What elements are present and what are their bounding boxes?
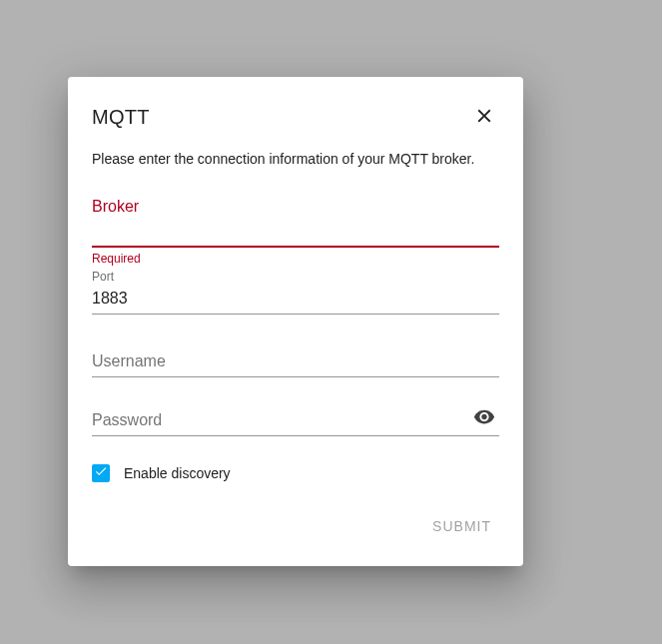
toggle-password-visibility-button[interactable]: [469, 402, 499, 435]
dialog-header: MQTT: [92, 101, 499, 134]
eye-icon: [473, 406, 495, 431]
broker-label: Broker: [92, 198, 499, 216]
enable-discovery-label[interactable]: Enable discovery: [124, 465, 231, 481]
dialog-actions: SUBMIT: [92, 510, 499, 542]
broker-error-text: Required: [92, 252, 499, 266]
dialog-title: MQTT: [92, 106, 150, 129]
broker-field: Broker Required: [92, 198, 499, 266]
dialog-description: Please enter the connection information …: [92, 150, 499, 170]
username-field: [92, 342, 499, 377]
mqtt-config-dialog: MQTT Please enter the connection informa…: [68, 77, 523, 566]
enable-discovery-row: Enable discovery: [92, 464, 499, 482]
username-input[interactable]: [92, 342, 499, 377]
port-input[interactable]: [92, 286, 499, 315]
checkmark-icon: [94, 464, 108, 482]
submit-button[interactable]: SUBMIT: [424, 510, 499, 542]
close-button[interactable]: [469, 101, 499, 134]
password-input[interactable]: [92, 401, 499, 436]
enable-discovery-checkbox[interactable]: [92, 464, 110, 482]
broker-input[interactable]: [92, 218, 499, 248]
port-field: Port: [92, 270, 499, 315]
close-icon: [473, 105, 495, 130]
password-field: [92, 401, 499, 436]
port-label: Port: [92, 270, 499, 284]
